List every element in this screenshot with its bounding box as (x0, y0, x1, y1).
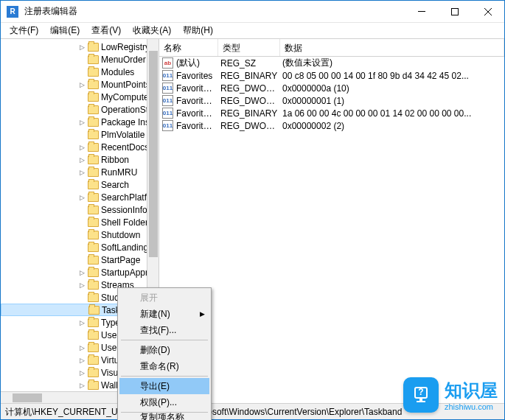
expander-icon[interactable]: ▷ (78, 343, 86, 351)
tree-item[interactable]: MenuOrder (1, 53, 159, 66)
tree-label: Search (101, 180, 129, 190)
expander-icon[interactable]: ▷ (78, 368, 86, 377)
value-icon: ab (162, 57, 173, 69)
folder-icon (88, 143, 99, 152)
tree-item[interactable]: Modules (1, 66, 159, 78)
value-name: FavoritesResol... (176, 108, 220, 119)
tree-item[interactable]: SessionInfo (1, 203, 159, 216)
svg-text:?: ? (418, 387, 423, 397)
expander-icon[interactable] (78, 93, 86, 101)
expander-icon[interactable] (78, 218, 86, 226)
expander-icon[interactable]: ▷ (78, 193, 86, 201)
context-item[interactable]: 重命名(R) (119, 358, 209, 374)
expander-icon[interactable] (78, 68, 86, 76)
col-header-name[interactable]: 名称 (159, 39, 218, 56)
expander-icon[interactable] (78, 105, 86, 113)
context-label: 权限(P)... (140, 396, 177, 409)
expander-icon[interactable]: ▷ (78, 43, 86, 51)
tree-item[interactable]: MyComputer (1, 91, 159, 103)
svg-rect-1 (451, 8, 458, 15)
minimize-button[interactable] (405, 1, 438, 23)
context-label: 删除(D) (140, 344, 170, 357)
value-row[interactable]: 011FavoritesResol...REG_BINARY1a 06 00 0… (159, 107, 504, 119)
value-name: FavoritesChan... (176, 83, 220, 94)
expander-icon[interactable]: ▷ (78, 318, 86, 326)
close-button[interactable] (471, 1, 504, 23)
value-row[interactable]: 011FavoritesChan...REG_DWORD0x0000000a (… (159, 82, 504, 94)
value-row[interactable]: 011FavoritesRem...REG_DWORD0x00000001 (1… (159, 94, 504, 107)
folder-icon (88, 218, 99, 227)
tree-item[interactable]: ▷LowRegistry (1, 41, 159, 53)
expander-icon[interactable] (78, 331, 86, 339)
folder-icon (88, 331, 99, 340)
context-item[interactable]: 权限(P)... (119, 394, 209, 410)
expander-icon[interactable]: ▷ (78, 281, 86, 289)
value-row[interactable]: ab(默认)REG_SZ(数值未设置) (159, 57, 504, 69)
folder-icon (88, 80, 99, 89)
values-header: 名称 类型 数据 (159, 39, 504, 57)
tree-item[interactable]: ▷StartupApproved (1, 266, 159, 279)
tree-item[interactable]: OperationStatusManager (1, 103, 159, 116)
context-item[interactable]: 新建(N)▶ (119, 306, 209, 322)
expander-icon[interactable] (78, 181, 86, 189)
expander-icon[interactable]: ▷ (78, 381, 86, 389)
menu-file[interactable]: 文件(F) (4, 23, 44, 38)
svg-rect-4 (417, 401, 425, 402)
folder-icon (88, 105, 99, 114)
tree-item[interactable]: PlmVolatile (1, 128, 159, 141)
folder-icon (88, 356, 99, 365)
folder-icon (88, 155, 99, 164)
app-icon: R (7, 6, 18, 18)
expander-icon[interactable] (78, 55, 86, 63)
expander-icon[interactable] (78, 243, 86, 251)
value-row[interactable]: 011FavoritesREG_BINARY00 c8 05 00 00 14 … (159, 69, 504, 82)
expander-icon[interactable] (78, 206, 86, 214)
menu-help[interactable]: 帮助(H) (177, 23, 219, 38)
expander-icon[interactable] (79, 306, 87, 314)
tree-item[interactable]: ▷Ribbon (1, 153, 159, 166)
registry-editor-window: R 注册表编辑器 文件(F) 编辑(E) 查看(V) 收藏夹(A) 帮助(H) … (0, 0, 505, 420)
tree-item[interactable]: Search (1, 178, 159, 191)
expander-icon[interactable]: ▷ (78, 268, 86, 276)
value-icon: 011 (162, 95, 173, 106)
context-item[interactable]: 复制项名称(C) (119, 414, 209, 420)
tree-item[interactable]: StartPage (1, 253, 159, 266)
expander-icon[interactable] (78, 256, 86, 264)
titlebar[interactable]: R 注册表编辑器 (1, 1, 504, 23)
expander-icon[interactable]: ▷ (78, 118, 86, 126)
expander-icon[interactable]: ▷ (78, 168, 86, 176)
context-item[interactable]: 导出(E) (119, 378, 209, 394)
tree-item[interactable]: ▷SearchPlatform (1, 191, 159, 203)
expander-icon[interactable] (78, 293, 86, 301)
tree-item[interactable]: ▷MountPoints2 (1, 78, 159, 91)
value-type: REG_DWORD (220, 83, 282, 94)
folder-icon (88, 243, 99, 252)
tree-item[interactable]: SoftLanding (1, 241, 159, 253)
context-separator (121, 376, 208, 377)
expander-icon[interactable]: ▷ (78, 80, 86, 88)
folder-icon (88, 256, 99, 265)
tree-item[interactable]: Shutdown (1, 228, 159, 241)
menu-view[interactable]: 查看(V) (86, 23, 127, 38)
folder-icon (88, 93, 99, 102)
expander-icon[interactable] (78, 231, 86, 239)
col-header-data[interactable]: 数据 (280, 39, 504, 56)
expander-icon[interactable]: ▷ (78, 143, 86, 151)
value-row[interactable]: 011FavoritesVersi...REG_DWORD0x00000002 … (159, 119, 504, 132)
col-header-type[interactable]: 类型 (218, 39, 280, 56)
context-item[interactable]: 删除(D) (119, 342, 209, 358)
tree-item[interactable]: ▷Package Installation (1, 116, 159, 128)
tree-item[interactable]: ▷RecentDocs (1, 141, 159, 153)
tree-item[interactable]: Shell Folders (1, 216, 159, 228)
value-name: Favorites (176, 71, 220, 81)
expander-icon[interactable]: ▷ (78, 356, 86, 364)
maximize-button[interactable] (438, 1, 471, 23)
expander-icon[interactable] (78, 130, 86, 139)
value-icon: 011 (162, 120, 173, 131)
tree-item[interactable]: ▷RunMRU (1, 166, 159, 178)
tree-label: Modules (101, 67, 134, 77)
menu-edit[interactable]: 编辑(E) (44, 23, 86, 38)
menu-favorites[interactable]: 收藏夹(A) (127, 23, 177, 38)
expander-icon[interactable]: ▷ (78, 155, 86, 164)
context-item[interactable]: 查找(F)... (119, 322, 209, 338)
